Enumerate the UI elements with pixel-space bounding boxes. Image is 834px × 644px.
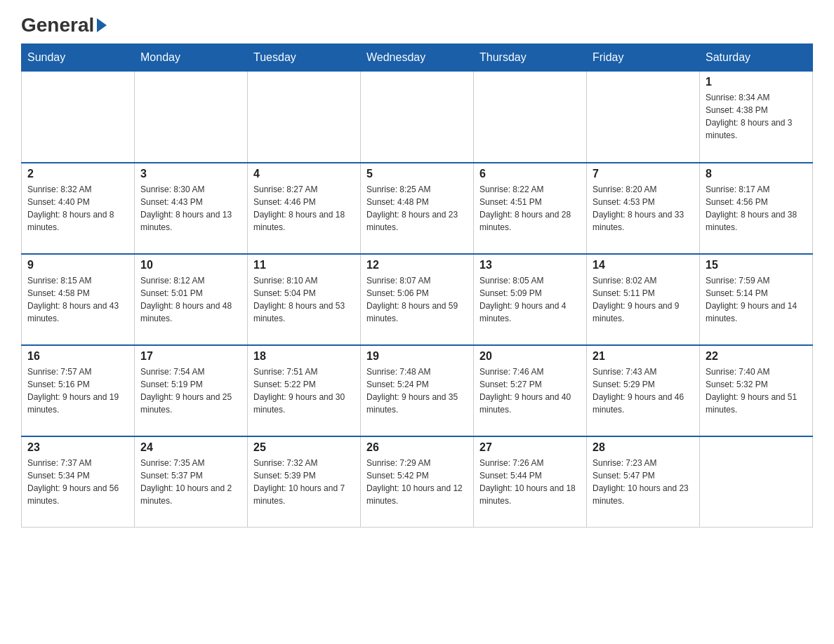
day-number: 12 [366,259,468,271]
day-number: 18 [253,350,355,363]
day-number: 24 [140,441,241,454]
day-number: 28 [593,441,694,454]
calendar-day-cell: 23Sunrise: 7:37 AMSunset: 5:34 PMDayligh… [22,436,135,528]
day-number: 19 [366,350,468,363]
day-number: 16 [27,350,128,363]
calendar-header-sunday: Sunday [22,44,135,72]
calendar-week-row: 9Sunrise: 8:15 AMSunset: 4:58 PMDaylight… [22,254,813,345]
day-number: 17 [140,350,241,363]
calendar-day-cell: 12Sunrise: 8:07 AMSunset: 5:06 PMDayligh… [361,254,474,345]
calendar-day-cell: 9Sunrise: 8:15 AMSunset: 4:58 PMDaylight… [22,254,135,345]
day-number: 14 [593,259,694,271]
day-info: Sunrise: 7:26 AMSunset: 5:44 PMDaylight:… [479,457,581,507]
day-number: 15 [706,259,807,271]
day-info: Sunrise: 7:48 AMSunset: 5:24 PMDaylight:… [366,365,468,416]
day-number: 13 [479,259,581,271]
calendar-header-tuesday: Tuesday [248,44,361,72]
day-info: Sunrise: 7:40 AMSunset: 5:32 PMDaylight:… [706,365,807,416]
day-info: Sunrise: 8:07 AMSunset: 5:06 PMDaylight:… [366,274,468,325]
calendar-day-cell: 3Sunrise: 8:30 AMSunset: 4:43 PMDaylight… [135,163,248,254]
day-info: Sunrise: 7:59 AMSunset: 5:14 PMDaylight:… [706,274,807,325]
calendar-day-cell: 16Sunrise: 7:57 AMSunset: 5:16 PMDayligh… [22,345,135,436]
day-info: Sunrise: 8:30 AMSunset: 4:43 PMDaylight:… [140,183,241,234]
calendar-day-cell: 14Sunrise: 8:02 AMSunset: 5:11 PMDayligh… [587,254,700,345]
day-info: Sunrise: 7:35 AMSunset: 5:37 PMDaylight:… [140,457,241,507]
calendar-day-cell: 4Sunrise: 8:27 AMSunset: 4:46 PMDaylight… [248,163,361,254]
day-info: Sunrise: 7:29 AMSunset: 5:42 PMDaylight:… [366,457,468,507]
day-info: Sunrise: 8:17 AMSunset: 4:56 PMDaylight:… [706,183,807,234]
day-info: Sunrise: 7:43 AMSunset: 5:29 PMDaylight:… [593,365,694,416]
calendar-day-cell: 15Sunrise: 7:59 AMSunset: 5:14 PMDayligh… [700,254,813,345]
calendar-day-cell: 11Sunrise: 8:10 AMSunset: 5:04 PMDayligh… [248,254,361,345]
day-number: 1 [706,76,807,88]
day-number: 9 [27,259,128,271]
day-info: Sunrise: 8:05 AMSunset: 5:09 PMDaylight:… [479,274,581,325]
calendar-day-cell [361,72,474,163]
day-info: Sunrise: 7:51 AMSunset: 5:22 PMDaylight:… [253,365,355,416]
day-number: 27 [479,441,581,454]
calendar-week-row: 23Sunrise: 7:37 AMSunset: 5:34 PMDayligh… [22,436,813,528]
logo-arrow-icon [97,18,107,32]
day-info: Sunrise: 8:15 AMSunset: 4:58 PMDaylight:… [27,274,128,325]
calendar-day-cell: 24Sunrise: 7:35 AMSunset: 5:37 PMDayligh… [135,436,248,528]
day-number: 20 [479,350,581,363]
day-info: Sunrise: 8:02 AMSunset: 5:11 PMDaylight:… [593,274,694,325]
day-info: Sunrise: 7:37 AMSunset: 5:34 PMDaylight:… [27,457,128,507]
calendar-header-friday: Friday [587,44,700,72]
day-number: 23 [27,441,128,454]
calendar-week-row: 1Sunrise: 8:34 AMSunset: 4:38 PMDaylight… [22,72,813,163]
calendar-day-cell: 18Sunrise: 7:51 AMSunset: 5:22 PMDayligh… [248,345,361,436]
calendar-day-cell: 25Sunrise: 7:32 AMSunset: 5:39 PMDayligh… [248,436,361,528]
day-info: Sunrise: 8:22 AMSunset: 4:51 PMDaylight:… [479,183,581,234]
day-number: 7 [593,168,694,180]
day-number: 3 [140,168,241,180]
day-info: Sunrise: 8:10 AMSunset: 5:04 PMDaylight:… [253,274,355,325]
calendar-header-saturday: Saturday [700,44,813,72]
calendar-day-cell: 22Sunrise: 7:40 AMSunset: 5:32 PMDayligh… [700,345,813,436]
calendar-week-row: 16Sunrise: 7:57 AMSunset: 5:16 PMDayligh… [22,345,813,436]
day-number: 26 [366,441,468,454]
day-number: 4 [253,168,355,180]
calendar-day-cell [700,436,813,528]
day-info: Sunrise: 7:23 AMSunset: 5:47 PMDaylight:… [593,457,694,507]
calendar-day-cell [135,72,248,163]
calendar-day-cell: 28Sunrise: 7:23 AMSunset: 5:47 PMDayligh… [587,436,700,528]
calendar-day-cell: 20Sunrise: 7:46 AMSunset: 5:27 PMDayligh… [474,345,587,436]
day-number: 6 [479,168,581,180]
day-info: Sunrise: 8:12 AMSunset: 5:01 PMDaylight:… [140,274,241,325]
calendar-day-cell: 5Sunrise: 8:25 AMSunset: 4:48 PMDaylight… [361,163,474,254]
calendar-day-cell: 21Sunrise: 7:43 AMSunset: 5:29 PMDayligh… [587,345,700,436]
calendar-day-cell [22,72,135,163]
day-info: Sunrise: 8:25 AMSunset: 4:48 PMDaylight:… [366,183,468,234]
day-info: Sunrise: 8:20 AMSunset: 4:53 PMDaylight:… [593,183,694,234]
calendar-day-cell [587,72,700,163]
calendar-day-cell: 7Sunrise: 8:20 AMSunset: 4:53 PMDaylight… [587,163,700,254]
day-info: Sunrise: 7:57 AMSunset: 5:16 PMDaylight:… [27,365,128,416]
logo: General [21,14,108,36]
calendar-day-cell: 26Sunrise: 7:29 AMSunset: 5:42 PMDayligh… [361,436,474,528]
calendar-day-cell [474,72,587,163]
calendar-day-cell: 1Sunrise: 8:34 AMSunset: 4:38 PMDaylight… [700,72,813,163]
day-number: 25 [253,441,355,454]
calendar-day-cell: 19Sunrise: 7:48 AMSunset: 5:24 PMDayligh… [361,345,474,436]
day-number: 11 [253,259,355,271]
day-number: 8 [706,168,807,180]
calendar-day-cell: 2Sunrise: 8:32 AMSunset: 4:40 PMDaylight… [22,163,135,254]
calendar-day-cell: 8Sunrise: 8:17 AMSunset: 4:56 PMDaylight… [700,163,813,254]
day-info: Sunrise: 8:27 AMSunset: 4:46 PMDaylight:… [253,183,355,234]
calendar-day-cell [248,72,361,163]
calendar-header-monday: Monday [135,44,248,72]
calendar-week-row: 2Sunrise: 8:32 AMSunset: 4:40 PMDaylight… [22,163,813,254]
logo-general-text: General [21,14,94,36]
calendar-day-cell: 6Sunrise: 8:22 AMSunset: 4:51 PMDaylight… [474,163,587,254]
day-info: Sunrise: 8:34 AMSunset: 4:38 PMDaylight:… [706,91,807,142]
calendar-header-thursday: Thursday [474,44,587,72]
calendar-day-cell: 27Sunrise: 7:26 AMSunset: 5:44 PMDayligh… [474,436,587,528]
day-info: Sunrise: 7:54 AMSunset: 5:19 PMDaylight:… [140,365,241,416]
day-number: 21 [593,350,694,363]
day-number: 2 [27,168,128,180]
day-info: Sunrise: 7:32 AMSunset: 5:39 PMDaylight:… [253,457,355,507]
day-number: 5 [366,168,468,180]
day-number: 22 [706,350,807,363]
day-number: 10 [140,259,241,271]
